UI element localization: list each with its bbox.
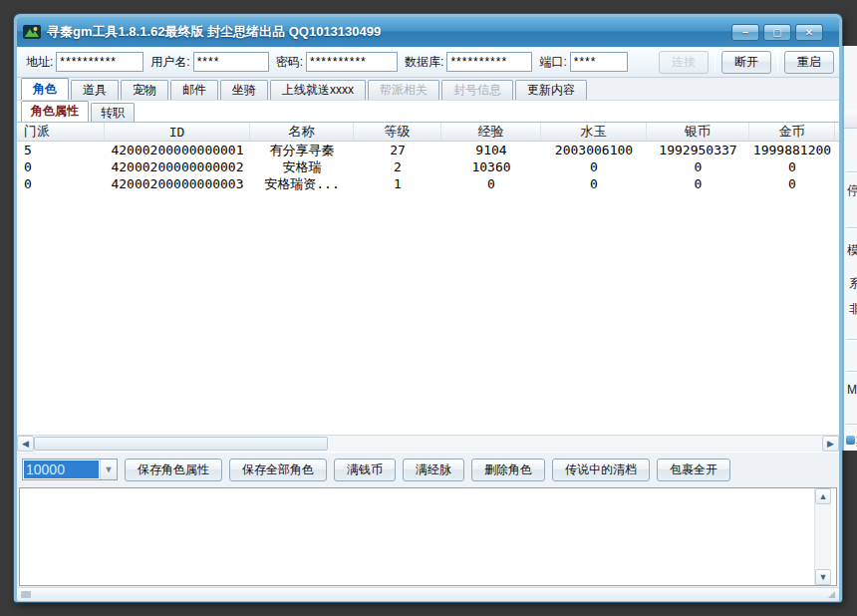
- port-label: 端口:: [539, 54, 566, 71]
- side-stop-button[interactable]: 停止: [847, 182, 857, 199]
- action-toolbar: 10000 ▼ 保存角色属性 保存全部角色 满钱币 满经脉 删除角色 传说中的清…: [17, 452, 839, 486]
- max-money-button[interactable]: 满钱币: [334, 459, 396, 481]
- side-non-label[interactable]: 非: [849, 301, 857, 318]
- save-all-characters-button[interactable]: 保存全部角色: [229, 459, 327, 481]
- tab-mail[interactable]: 邮件: [170, 80, 218, 100]
- disconnect-button[interactable]: 断开: [721, 51, 771, 74]
- desktop: { "window": { "title": "寻秦gm工具1.8.1.62最终…: [0, 0, 857, 616]
- username-input[interactable]: [193, 52, 269, 72]
- address-input[interactable]: [56, 52, 143, 72]
- cell-faction: 5: [17, 142, 105, 158]
- port-input[interactable]: [570, 52, 628, 72]
- cell-silver: 0: [647, 158, 749, 175]
- cell-faction: 0: [17, 158, 105, 175]
- cell-gold: 0: [749, 158, 835, 175]
- minimize-icon[interactable]: –: [731, 24, 759, 41]
- side-mode-label[interactable]: 模式: [847, 242, 857, 259]
- amount-value[interactable]: 10000: [24, 461, 99, 478]
- window-title: 寻秦gm工具1.8.1.62最终版 封尘思绪出品 QQ1013130499: [47, 23, 725, 41]
- main-window: 寻秦gm工具1.8.1.62最终版 封尘思绪出品 QQ1013130499 – …: [14, 14, 842, 602]
- chevron-down-icon[interactable]: ▼: [100, 460, 117, 479]
- column-header-gold[interactable]: 金币: [749, 123, 835, 141]
- tab-guild[interactable]: 帮派相关: [368, 80, 439, 100]
- status-bar: ◢: [17, 587, 839, 601]
- table-row[interactable]: 0 42000200000000002 安格瑞 2 10360 0 0 0: [17, 158, 839, 175]
- save-character-attributes-button[interactable]: 保存角色属性: [125, 459, 222, 481]
- scroll-left-icon[interactable]: ◀: [17, 436, 34, 452]
- character-table: 门派 ID 名称 等级 经验 水玉 银币 金币 5 42000200000000…: [17, 122, 839, 435]
- log-panel: ▲ ▼: [19, 487, 837, 586]
- tab-pets[interactable]: 宠物: [121, 80, 168, 100]
- connect-button[interactable]: 连接: [659, 51, 709, 74]
- scroll-down-icon[interactable]: ▼: [815, 569, 831, 585]
- cell-name: 安格瑞: [250, 158, 354, 175]
- password-label: 密码:: [276, 54, 303, 71]
- cell-name: 安格瑞资...: [250, 175, 354, 192]
- cell-jade: 2003006100: [541, 142, 647, 158]
- clipped-side-window: 停止 模式 系 非 My 其: [842, 46, 857, 451]
- restart-button[interactable]: 重启: [784, 51, 834, 74]
- database-label: 数据库:: [405, 54, 443, 71]
- cell-id: 42000200000000003: [105, 175, 250, 192]
- separator: [846, 339, 857, 340]
- titlebar[interactable]: 寻秦gm工具1.8.1.62最终版 封尘思绪出品 QQ1013130499 – …: [17, 17, 839, 47]
- cell-exp: 0: [441, 175, 541, 192]
- tab-character[interactable]: 角色: [21, 78, 69, 100]
- address-label: 地址:: [26, 54, 53, 71]
- open-all-bags-button[interactable]: 包裹全开: [657, 459, 730, 481]
- cell-gold: 1999881200: [749, 142, 835, 158]
- column-header-exp[interactable]: 经验: [441, 123, 541, 141]
- max-meridian-button[interactable]: 满经脉: [403, 459, 464, 481]
- column-header-level[interactable]: 等级: [354, 123, 441, 141]
- separator: [846, 371, 857, 372]
- separator: [846, 424, 857, 425]
- tab-mount[interactable]: 坐骑: [220, 80, 268, 100]
- scroll-up-icon[interactable]: ▲: [815, 488, 831, 504]
- table-row[interactable]: 5 42000200000000001 有分享寻秦 27 9104 200300…: [17, 142, 839, 158]
- scrollbar-thumb[interactable]: [34, 437, 328, 451]
- cell-level: 27: [354, 142, 441, 158]
- cell-jade: 0: [541, 158, 647, 175]
- subtab-job-change[interactable]: 转职: [91, 103, 135, 122]
- column-header-id[interactable]: ID: [105, 123, 250, 141]
- table-header: 门派 ID 名称 等级 经验 水玉 银币 金币: [17, 123, 839, 142]
- scroll-right-icon[interactable]: ▶: [822, 436, 839, 452]
- column-header-name[interactable]: 名称: [250, 123, 354, 141]
- cell-gold: 0: [749, 175, 835, 192]
- close-icon[interactable]: ✕: [795, 24, 823, 41]
- side-mysql-label[interactable]: My: [847, 383, 857, 397]
- amount-combobox[interactable]: 10000 ▼: [22, 459, 118, 480]
- status-icon: [21, 591, 31, 598]
- column-header-jade[interactable]: 水玉: [541, 123, 647, 141]
- tab-ban-info[interactable]: 封号信息: [441, 80, 513, 100]
- resize-grip-icon[interactable]: ◢: [828, 590, 835, 599]
- maximize-icon[interactable]: ▢: [763, 24, 791, 41]
- cell-id: 42000200000000002: [105, 158, 250, 175]
- delete-character-button[interactable]: 删除角色: [471, 459, 545, 481]
- cell-exp: 9104: [441, 142, 541, 158]
- side-system-label[interactable]: 系: [849, 275, 857, 292]
- column-header-faction[interactable]: 门派: [17, 123, 105, 141]
- tab-items[interactable]: 道具: [71, 80, 119, 100]
- cell-faction: 0: [17, 175, 105, 192]
- log-textarea[interactable]: [20, 488, 814, 585]
- column-header-silver[interactable]: 银币: [647, 123, 749, 141]
- sub-tabs: 角色属性 转职: [17, 100, 839, 122]
- tab-login-gift[interactable]: 上线就送xxxx: [270, 80, 366, 100]
- vertical-scrollbar[interactable]: ▲ ▼: [814, 488, 831, 585]
- legendary-wipe-button[interactable]: 传说中的清档: [552, 459, 650, 481]
- tab-update-notes[interactable]: 更新内容: [515, 80, 587, 100]
- main-tabs: 角色 道具 宠物 邮件 坐骑 上线就送xxxx 帮派相关 封号信息 更新内容: [17, 78, 839, 100]
- password-input[interactable]: [306, 52, 398, 72]
- cell-name: 有分享寻秦: [250, 142, 354, 158]
- app-icon: [23, 24, 41, 40]
- cell-id: 42000200000000001: [105, 142, 250, 158]
- separator: [846, 171, 857, 172]
- database-input[interactable]: [446, 52, 532, 72]
- subtab-character-attributes[interactable]: 角色属性: [21, 101, 89, 122]
- toolbar-separator: [714, 52, 715, 72]
- table-row[interactable]: 0 42000200000000003 安格瑞资... 1 0 0 0 0: [17, 175, 839, 192]
- horizontal-scrollbar[interactable]: ◀ ▶: [17, 435, 839, 452]
- scrollbar-track[interactable]: [328, 436, 822, 452]
- connection-toolbar: 地址: 用户名: 密码: 数据库: 端口: 连接 断开 重启: [17, 47, 839, 78]
